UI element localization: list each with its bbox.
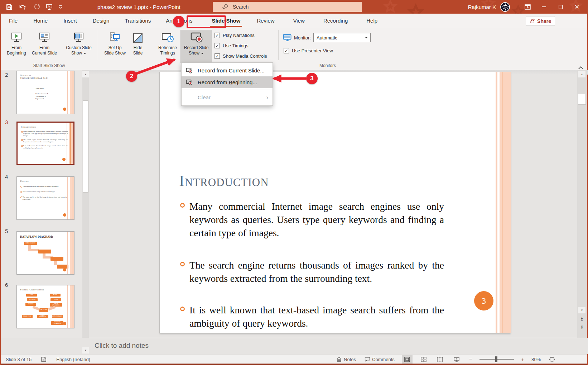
bullet-icon [180, 262, 185, 266]
notes-pane[interactable]: Click to add notes [89, 338, 588, 354]
canvas-scrollbar-thumb[interactable] [578, 94, 586, 105]
tab-design[interactable]: Design [87, 14, 115, 28]
comments-toggle-button[interactable]: Comments [363, 355, 396, 364]
zoom-level[interactable]: 80% [531, 357, 541, 362]
thumbnail-scrollbar-thumb[interactable] [83, 100, 88, 193]
slide-number: 4 [5, 174, 8, 180]
close-button[interactable]: ✕ [569, 0, 585, 14]
slide-bullet-1[interactable]: Many commercial Internet image search en… [180, 200, 444, 240]
from-current-slide-button[interactable]: FromCurrent Slide [29, 30, 60, 62]
slide-bullet-2[interactable]: The search engine returns thousands of i… [180, 259, 444, 285]
tab-recording[interactable]: Recording [318, 14, 353, 28]
collapse-ribbon-icon[interactable] [579, 65, 583, 68]
minimize-button[interactable] [536, 0, 552, 14]
record-slide-show-button[interactable]: Record SlideShow [180, 30, 212, 63]
annotation-step-3: 3 [306, 73, 318, 84]
thumbnail-slide-2[interactable]: Guided byT.GOWRISHANKAR M.E. Team mates:… [16, 71, 74, 114]
hide-slide-button[interactable]: HideSlide [130, 30, 146, 62]
tab-slide-show[interactable]: Slide Show [206, 14, 246, 28]
notes-toggle-button[interactable]: Notes [335, 355, 357, 364]
zoom-slider[interactable] [479, 359, 514, 360]
previous-slide-button[interactable]: ▲▲ [578, 316, 585, 322]
canvas-scrollbar[interactable] [577, 70, 587, 338]
thumbnail-slide-4[interactable]: Contd.. They cannot describe the content… [16, 176, 74, 220]
scroll-up-icon[interactable]: ▲ [578, 71, 585, 77]
scroll-down-icon[interactable]: ▼ [578, 307, 585, 313]
tab-file[interactable]: File [4, 14, 23, 28]
monitor-label: Monitor: [294, 35, 311, 41]
checkbox-checked-icon: ✓ [215, 33, 220, 38]
accessibility-check-icon[interactable] [41, 356, 47, 362]
slide-number: 2 [5, 72, 8, 78]
submenu-chevron-icon: › [266, 94, 268, 101]
tab-transitions[interactable]: Transitions [119, 14, 156, 28]
zoom-out-button[interactable]: − [468, 355, 474, 364]
play-narrations-checkbox[interactable]: ✓ Play Narrations [215, 33, 255, 38]
fit-slide-to-window-icon[interactable] [546, 355, 557, 364]
tab-review[interactable]: Review [251, 14, 280, 28]
slide-title[interactable]: Introduction [179, 172, 269, 190]
checkbox-checked-icon: ✓ [284, 48, 289, 53]
slide-stripe [500, 72, 511, 333]
record-slide-show-icon [189, 30, 203, 44]
rehearse-timings-button[interactable]: RehearseTimings [155, 30, 180, 62]
start-slideshow-icon[interactable] [46, 4, 53, 10]
from-current-slide-icon [38, 30, 50, 44]
status-bar: Slide 3 of 15 English (Ireland) Notes Co… [1, 354, 587, 364]
avatar[interactable] [500, 2, 510, 12]
menu-item-clear[interactable]: Clear › [182, 91, 273, 103]
titlebar: phase2 review 1.pptx - PowerPoint Search… [1, 0, 587, 14]
thumb-page-dot [63, 322, 66, 325]
from-beginning-button[interactable]: FromBeginning [6, 30, 27, 62]
thumb-page-dot [63, 213, 66, 217]
slide-number: 5 [5, 228, 8, 234]
tab-insert[interactable]: Insert [58, 14, 82, 28]
show-media-controls-checkbox[interactable]: ✓ Show Media Controls [215, 53, 267, 59]
thumb-page-dot [63, 268, 66, 271]
slide-show-view-button[interactable] [451, 355, 462, 364]
monitor-select[interactable]: Automatic [313, 33, 371, 42]
share-button[interactable]: Share [526, 16, 555, 26]
customize-qat-chevron-icon[interactable] [58, 5, 63, 9]
use-timings-checkbox[interactable]: ✓ Use Timings [215, 43, 249, 48]
redo-icon[interactable] [33, 4, 40, 10]
reading-view-button[interactable] [435, 355, 445, 364]
slide-stripe [496, 72, 497, 333]
powerpoint-window: phase2 review 1.pptx - PowerPoint Search… [0, 0, 588, 365]
language-status[interactable]: English (Ireland) [56, 357, 90, 362]
thumbnail-slide-3-selected[interactable]: Introduction Many commercial Internet im… [16, 122, 74, 165]
set-up-slide-show-button[interactable]: Set UpSlide Show [101, 30, 129, 62]
annotation-step-1: 1 [173, 16, 184, 27]
tab-view[interactable]: View [288, 14, 310, 28]
tab-home[interactable]: Home [28, 14, 53, 28]
thumb-page-dot [63, 108, 66, 111]
custom-slide-show-icon [73, 30, 85, 44]
menu-item-record-from-beginning[interactable]: Record from Beginning... [182, 76, 273, 88]
tab-help[interactable]: Help [361, 14, 383, 28]
use-presenter-view-checkbox[interactable]: ✓ Use Presenter View [284, 48, 333, 53]
search-input[interactable]: Search [213, 2, 362, 12]
next-slide-button[interactable]: ▼▼ [578, 324, 585, 331]
slide-sorter-view-button[interactable] [418, 355, 429, 364]
undo-icon[interactable] [18, 4, 28, 10]
zoom-in-button[interactable]: + [520, 355, 526, 364]
slide-bullet-3[interactable]: It is well known that text-based image s… [180, 303, 444, 330]
monitor-icon [283, 34, 291, 41]
maximize-button[interactable] [552, 0, 569, 14]
normal-view-button[interactable] [402, 355, 413, 364]
thumb-scroll-up-icon[interactable]: ▲ [82, 71, 89, 77]
slide-thumbnail-panel: 2 Guided byT.GOWRISHANKAR M.E. Team mate… [1, 70, 89, 338]
group-separator [278, 30, 279, 60]
ribbon-display-options-icon[interactable] [519, 0, 536, 14]
thumb-scroll-down-icon[interactable]: ▼ [82, 347, 89, 354]
thumbnail-slide-5[interactable]: DATA FLOW DIAGRAM: Image Search [16, 231, 74, 275]
slide-editor[interactable]: Introduction Many commercial Internet im… [159, 72, 510, 333]
notes-placeholder[interactable]: Click to add notes [95, 342, 149, 350]
custom-slide-show-button[interactable]: Custom SlideShow [62, 30, 95, 62]
thumbnail-slide-6[interactable]: System Architecture User Keyword Search … [16, 285, 74, 328]
menu-item-record-from-current-slide[interactable]: Record from Current Slide... [182, 65, 273, 76]
checkbox-checked-icon: ✓ [215, 43, 220, 48]
save-icon[interactable] [6, 4, 13, 10]
account-name[interactable]: Rajkumar K [468, 4, 496, 10]
zoom-slider-thumb[interactable] [495, 356, 497, 362]
